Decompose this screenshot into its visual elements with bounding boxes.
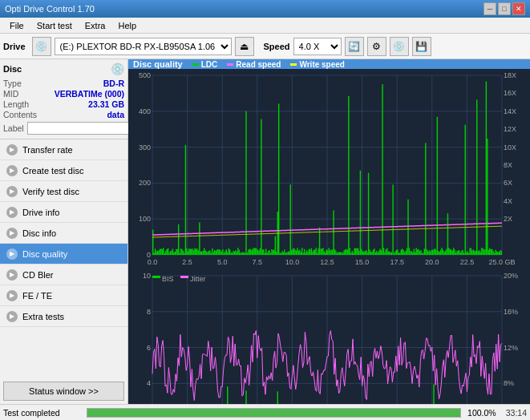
progress-bar-fill bbox=[87, 409, 460, 417]
ldc-dot bbox=[192, 63, 199, 66]
status-time: 33:14 bbox=[506, 408, 527, 418]
disc-type-value: BD-R bbox=[103, 79, 124, 88]
disc-contents-label: Contents bbox=[3, 110, 37, 119]
nav-transfer-rate-label: Transfer rate bbox=[22, 145, 73, 155]
disc-type-row: Type BD-R bbox=[3, 79, 124, 88]
drive-select[interactable]: (E:) PLEXTOR BD-R PX-LB950SA 1.06 bbox=[55, 38, 232, 55]
nav-transfer-rate-icon: ▶ bbox=[6, 144, 18, 155]
maximize-button[interactable]: □ bbox=[498, 2, 511, 15]
menu-bar: File Start test Extra Help bbox=[0, 18, 530, 34]
disc-button[interactable]: 💿 bbox=[390, 37, 409, 56]
title-bar: Opti Drive Control 1.70 ─ □ ✕ bbox=[0, 0, 530, 18]
menu-help[interactable]: Help bbox=[111, 19, 143, 32]
speed-label: Speed bbox=[264, 42, 290, 51]
disc-label-text: Label bbox=[3, 123, 24, 133]
nav-drive-info-label: Drive info bbox=[22, 208, 59, 217]
nav-disc-quality[interactable]: ▶ Disc quality bbox=[0, 244, 127, 265]
nav-verify-icon: ▶ bbox=[6, 186, 18, 197]
menu-file[interactable]: File bbox=[3, 19, 30, 32]
nav-fe-te-icon: ▶ bbox=[6, 290, 18, 301]
disc-label-row: Label 🔍 bbox=[3, 121, 124, 135]
drive-label: Drive bbox=[3, 42, 26, 51]
disc-label-input[interactable] bbox=[27, 122, 134, 135]
left-panel: Disc 💿 Type BD-R MID VERBATIMe (000) Len… bbox=[0, 59, 128, 404]
charts-container bbox=[128, 69, 530, 404]
nav-disc-quality-icon: ▶ bbox=[6, 248, 18, 260]
disc-mid-value: VERBATIMe (000) bbox=[55, 89, 124, 99]
speed-select[interactable]: 4.0 X 2.0 X 8.0 X bbox=[293, 38, 342, 55]
read-speed-dot bbox=[227, 63, 233, 66]
nav-drive-info-icon: ▶ bbox=[6, 207, 18, 218]
disc-length-label: Length bbox=[3, 99, 29, 109]
nav-drive-info[interactable]: ▶ Drive info bbox=[0, 202, 127, 223]
disc-icon: 💿 bbox=[111, 63, 124, 75]
nav-cd-bler-icon: ▶ bbox=[6, 269, 18, 281]
eject-button[interactable]: ⏏ bbox=[235, 37, 254, 56]
menu-start-test[interactable]: Start test bbox=[30, 19, 79, 32]
refresh-button[interactable]: 🔄 bbox=[345, 37, 364, 56]
disc-mid-row: MID VERBATIMe (000) bbox=[3, 89, 124, 99]
app-title: Opti Drive Control 1.70 bbox=[5, 4, 95, 14]
nav-create-test-disc[interactable]: ▶ Create test disc bbox=[0, 160, 127, 181]
legend-ldc: LDC bbox=[192, 60, 218, 69]
status-bar: Test completed 100.0% 33:14 bbox=[0, 404, 530, 420]
upper-chart bbox=[128, 69, 530, 269]
nav-fe-te-label: FE / TE bbox=[22, 291, 52, 301]
progress-percent: 100.0% bbox=[467, 408, 496, 418]
disc-mid-label: MID bbox=[3, 89, 18, 99]
nav-extra-tests[interactable]: ▶ Extra tests bbox=[0, 306, 127, 327]
nav-verify-label: Verify test disc bbox=[22, 187, 79, 196]
close-button[interactable]: ✕ bbox=[512, 2, 525, 15]
lower-chart bbox=[128, 269, 530, 404]
status-text: Test completed bbox=[3, 408, 83, 418]
save-button[interactable]: 💾 bbox=[412, 37, 431, 56]
right-panel: Disc quality LDC Read speed Write speed bbox=[128, 59, 530, 404]
nav-fe-te[interactable]: ▶ FE / TE bbox=[0, 285, 127, 306]
nav-cd-bler-label: CD Bler bbox=[22, 270, 54, 280]
nav-disc-info-label: Disc info bbox=[22, 228, 56, 238]
disc-type-label: Type bbox=[3, 79, 22, 88]
menu-extra[interactable]: Extra bbox=[79, 19, 112, 32]
disc-section: Disc 💿 Type BD-R MID VERBATIMe (000) Len… bbox=[0, 59, 127, 139]
read-speed-label: Read speed bbox=[236, 60, 281, 69]
nav-verify-test-disc[interactable]: ▶ Verify test disc bbox=[0, 181, 127, 202]
ldc-label: LDC bbox=[201, 60, 218, 69]
disc-length-value: 23.31 GB bbox=[88, 99, 124, 109]
nav-transfer-rate[interactable]: ▶ Transfer rate bbox=[0, 139, 127, 160]
disc-contents-row: Contents data bbox=[3, 110, 124, 119]
nav-create-label: Create test disc bbox=[22, 166, 83, 176]
toolbar: Drive 💿 (E:) PLEXTOR BD-R PX-LB950SA 1.0… bbox=[0, 34, 530, 59]
write-speed-dot bbox=[290, 63, 297, 66]
settings-button[interactable]: ⚙ bbox=[367, 37, 386, 56]
legend-read-speed: Read speed bbox=[227, 60, 281, 69]
nav-disc-quality-label: Disc quality bbox=[22, 249, 67, 259]
nav-cd-bler[interactable]: ▶ CD Bler bbox=[0, 265, 127, 285]
nav-create-icon: ▶ bbox=[6, 165, 18, 176]
disc-title: Disc bbox=[3, 64, 22, 74]
legend-write-speed: Write speed bbox=[290, 60, 345, 69]
drive-icon: 💿 bbox=[32, 37, 51, 56]
main-area: Disc 💿 Type BD-R MID VERBATIMe (000) Len… bbox=[0, 59, 530, 404]
disc-length-row: Length 23.31 GB bbox=[3, 99, 124, 109]
window-controls[interactable]: ─ □ ✕ bbox=[483, 2, 525, 15]
nav-extra-label: Extra tests bbox=[22, 312, 64, 321]
nav-disc-info-icon: ▶ bbox=[6, 228, 18, 239]
status-window-button[interactable]: Status window >> bbox=[3, 382, 124, 401]
chart-header: Disc quality LDC Read speed Write speed bbox=[128, 59, 530, 69]
nav-disc-info[interactable]: ▶ Disc info bbox=[0, 223, 127, 244]
chart-title: Disc quality bbox=[133, 59, 183, 69]
disc-contents-value: data bbox=[107, 110, 124, 119]
nav-extra-icon: ▶ bbox=[6, 311, 18, 322]
write-speed-label: Write speed bbox=[299, 60, 345, 69]
progress-bar bbox=[87, 408, 461, 418]
minimize-button[interactable]: ─ bbox=[483, 2, 496, 15]
